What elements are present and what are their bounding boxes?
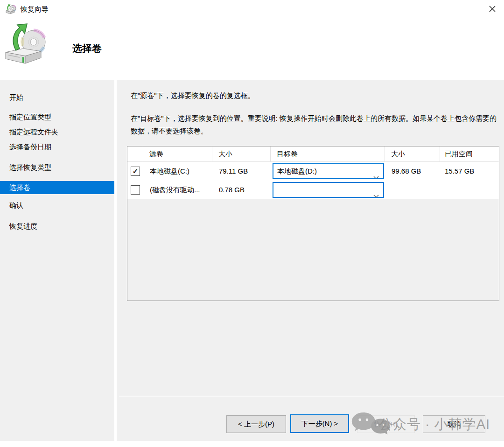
column-header-used-space: 已用空间 — [440, 147, 499, 161]
table-row: (磁盘没有驱动... 0.78 GB — [127, 181, 499, 199]
chevron-down-icon — [373, 189, 379, 198]
title-bar: 恢复向导 — [0, 0, 504, 19]
restore-volume-icon — [4, 21, 49, 69]
row1-used-space: 15.57 GB — [445, 162, 474, 181]
row1-target-volume-dropdown[interactable]: 本地磁盘(D:) — [273, 163, 384, 179]
instruction-target-volume: 在"目标卷"下，选择要恢复到的位置。重要说明: 恢复操作开始时会删除此卷上的所有… — [131, 112, 497, 137]
row1-target-size: 99.68 GB — [392, 162, 421, 181]
recovery-wizard-icon — [6, 4, 17, 15]
row1-target-volume-value: 本地磁盘(D:) — [277, 167, 317, 175]
page-title: 选择卷 — [72, 42, 102, 55]
wizard-steps-sidebar: 开始 指定位置类型 指定远程文件夹 选择备份日期 选择恢复类型 选择卷 确认 恢… — [0, 80, 117, 441]
next-button[interactable]: 下一步(N) > — [290, 414, 349, 433]
previous-button[interactable]: < 上一步(P) — [226, 415, 286, 433]
sidebar-item-recovery-progress[interactable]: 恢复进度 — [0, 219, 114, 233]
instruction-source-volume: 在"源卷"下，选择要恢复的卷的复选框。 — [131, 91, 255, 100]
volumes-table: 源卷 大小 目标卷 大小 已用空间 ✓ 本地磁盘(C:) 79.11 GB 本地… — [127, 146, 499, 301]
recovery-wizard-window: 恢复向导 — [0, 0, 504, 447]
wizard-header: 选择卷 — [0, 19, 504, 80]
column-header-checkbox — [127, 147, 143, 161]
wizard-body: 开始 指定位置类型 指定远程文件夹 选择备份日期 选择恢复类型 选择卷 确认 恢… — [0, 80, 504, 441]
sidebar-item-start[interactable]: 开始 — [0, 91, 114, 105]
volumes-table-header: 源卷 大小 目标卷 大小 已用空间 — [127, 147, 499, 162]
column-header-target-volume: 目标卷 — [271, 147, 385, 161]
sidebar-item-select-volume[interactable]: 选择卷 — [0, 181, 114, 194]
column-header-source-volume: 源卷 — [143, 147, 212, 161]
window-title: 恢复向导 — [21, 0, 49, 19]
sidebar-item-location-type[interactable]: 指定位置类型 — [0, 110, 114, 124]
sidebar-item-remote-folder[interactable]: 指定远程文件夹 — [0, 125, 114, 139]
cancel-button[interactable]: 取消 — [423, 415, 485, 433]
column-header-target-size: 大小 — [385, 147, 440, 161]
sidebar-item-recovery-type[interactable]: 选择恢复类型 — [0, 161, 114, 175]
button-area-separator — [119, 396, 504, 397]
close-button[interactable] — [483, 2, 501, 17]
table-row: ✓ 本地磁盘(C:) 79.11 GB 本地磁盘(D:) 99.68 GB 15… — [127, 162, 499, 181]
column-header-size: 大小 — [212, 147, 271, 161]
row2-target-volume-dropdown[interactable] — [273, 182, 384, 198]
close-icon — [489, 5, 496, 14]
row2-checkbox[interactable] — [131, 185, 140, 195]
recover-button[interactable]: 恢复(R) — [357, 415, 415, 433]
row1-source-volume: 本地磁盘(C:) — [150, 162, 189, 181]
sidebar-item-backup-date[interactable]: 选择备份日期 — [0, 140, 114, 154]
row1-size: 79.11 GB — [219, 162, 248, 181]
row2-source-volume: (磁盘没有驱动... — [150, 181, 200, 199]
wizard-content: 在"源卷"下，选择要恢复的卷的复选框。 在"目标卷"下，选择要恢复到的位置。重要… — [119, 80, 504, 441]
chevron-down-icon — [373, 170, 379, 179]
row1-checkbox[interactable]: ✓ — [131, 167, 140, 176]
row2-size: 0.78 GB — [219, 181, 245, 199]
sidebar-item-confirm[interactable]: 确认 — [0, 198, 114, 212]
